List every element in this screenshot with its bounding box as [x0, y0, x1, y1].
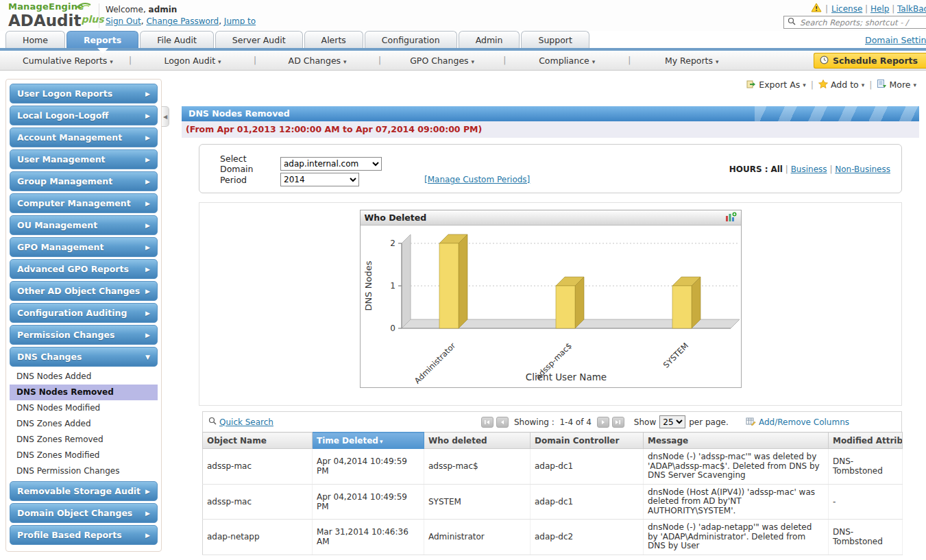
hours-non-business-link[interactable]: Non-Business	[835, 165, 890, 174]
sidebar-group-advanced-gpo-reports[interactable]: Advanced GPO Reports▶	[10, 259, 158, 279]
sidebar-item-dns-zones-modified[interactable]: DNS Zones Modified	[10, 448, 158, 463]
sidebar-item-dns-nodes-added[interactable]: DNS Nodes Added	[10, 369, 158, 385]
tab-configuration[interactable]: Configuration	[365, 31, 457, 48]
cell-message: dnsNode (Host A(IPV4)) 'adssp-mac' was d…	[644, 484, 829, 520]
add-to-button[interactable]: Add to▾	[818, 80, 864, 90]
next-page-button[interactable]	[597, 417, 609, 428]
cell-message: dnsNode (-) 'adap-netapp'" was deleted b…	[644, 520, 829, 555]
hours-all[interactable]: All	[770, 165, 783, 174]
cell-object-name: adap-netapp	[203, 520, 313, 555]
cell-object-name: adssp-mac	[203, 449, 313, 485]
first-page-button[interactable]	[481, 417, 494, 428]
search-icon	[788, 17, 796, 27]
table-row[interactable]: adssp-macApr 04,2014 10:49:59 PMSYSTEMad…	[203, 484, 903, 520]
warning-icon[interactable]: !	[811, 3, 822, 14]
prev-page-button[interactable]	[496, 417, 509, 428]
column-header-object-name[interactable]: Object Name	[203, 433, 313, 449]
more-button[interactable]: More▾	[877, 79, 916, 90]
tab-home[interactable]: Home	[5, 31, 65, 48]
sidebar-group-ou-management[interactable]: OU Management▶	[10, 215, 158, 235]
who-deleted-chart-panel: Who Deleted 012Administratoradssp-mac$SY…	[360, 210, 742, 388]
sidebar-group-account-management[interactable]: Account Management▶	[10, 127, 158, 147]
subnav-gpo-changes[interactable]: GPO Changes ▾	[381, 56, 503, 66]
svg-text:2: 2	[390, 239, 395, 248]
sidebar-group-other-ad-object-changes[interactable]: Other AD Object Changes▶	[10, 281, 158, 301]
chevron-right-icon: ▶	[145, 134, 150, 141]
chevron-right-icon: ▶	[145, 532, 150, 539]
subnav-ad-changes[interactable]: AD Changes ▾	[256, 56, 378, 66]
utility-links: ! |License | Help | TalkBack	[811, 3, 926, 14]
domain-settings-link[interactable]: Domain Settings	[865, 35, 926, 45]
column-header-modified-attributes[interactable]: Modified Attributes	[829, 433, 903, 449]
tab-admin[interactable]: Admin	[459, 31, 520, 48]
sidebar-item-dns-nodes-modified[interactable]: DNS Nodes Modified	[10, 400, 158, 416]
cell-domain-controller: adap-dc2	[531, 520, 644, 555]
sidebar-group-user-management[interactable]: User Management▶	[10, 149, 158, 169]
sidebar-group-permission-changes[interactable]: Permission Changes▶	[10, 325, 158, 345]
subnav-my-reports[interactable]: My Reports ▾	[631, 56, 753, 66]
schedule-reports-button[interactable]: Schedule Reports	[814, 53, 926, 69]
quick-search[interactable]: Quick Search	[208, 417, 273, 427]
sidebar-item-dns-nodes-removed[interactable]: DNS Nodes Removed	[10, 385, 158, 400]
sidebar-group-group-management[interactable]: Group Management▶	[10, 171, 158, 191]
manage-custom-periods-link[interactable]: [Manage Custom Periods]	[424, 175, 530, 184]
cell-object-name: adssp-mac	[203, 484, 313, 520]
app-logo: ManageEngine ADAuditplus	[8, 1, 97, 31]
sidebar-item-dns-permission-changes[interactable]: DNS Permission Changes	[10, 463, 158, 479]
add-remove-columns[interactable]: Add/Remove Columns	[746, 417, 849, 428]
column-header-who-deleted[interactable]: Who deleted	[424, 433, 531, 449]
sidebar-item-dns-zones-removed[interactable]: DNS Zones Removed	[10, 432, 158, 448]
logo-swoosh-icon	[74, 0, 92, 12]
cell-time-deleted: Apr 04,2014 10:49:59 PM	[313, 484, 424, 520]
global-search[interactable]	[783, 16, 926, 29]
tab-server-audit[interactable]: Server Audit	[215, 31, 303, 48]
report-sidebar: User Logon Reports▶Local Logon-Logoff▶Ac…	[5, 79, 162, 552]
cell-message: dnsNode (-) 'adssp-mac'" was deleted by …	[644, 449, 829, 485]
cell-time-deleted: Mar 31,2014 10:46:36 AM	[313, 520, 424, 555]
report-title-bar: DNS Nodes Removed	[182, 106, 919, 121]
sidebar-group-configuration-auditing[interactable]: Configuration Auditing▶	[10, 303, 158, 323]
column-header-domain-controller[interactable]: Domain Controller	[531, 433, 644, 449]
tab-support[interactable]: Support	[521, 31, 589, 48]
sidebar-item-dns-zones-added[interactable]: DNS Zones Added	[10, 416, 158, 432]
sidebar-group-user-logon-reports[interactable]: User Logon Reports▶	[10, 84, 158, 104]
tab-file-audit[interactable]: File Audit	[140, 31, 214, 48]
subnav-compliance[interactable]: Compliance ▾	[506, 56, 628, 66]
tab-reports[interactable]: Reports	[66, 31, 138, 48]
utility-link-help[interactable]: Help	[870, 4, 889, 14]
table-row[interactable]: adap-netappMar 31,2014 10:46:36 AMAdmini…	[203, 520, 903, 555]
sidebar-group-local-logon-logoff[interactable]: Local Logon-Logoff▶	[10, 106, 158, 125]
report-filters: Select Domain adap.internal.com Period 2…	[199, 144, 902, 193]
document-icon	[877, 79, 886, 90]
sidebar-group-gpo-management[interactable]: GPO Management▶	[10, 237, 158, 257]
sidebar-group-domain-object-changes[interactable]: Domain Object Changes▶	[10, 503, 158, 523]
utility-link-talkback[interactable]: TalkBack	[897, 4, 926, 14]
sidebar-group-profile-based-reports[interactable]: Profile Based Reports▶	[10, 525, 158, 545]
column-header-message[interactable]: Message	[644, 433, 829, 449]
search-input[interactable]	[799, 17, 926, 28]
sidebar-group-dns-changes[interactable]: DNS Changes▼	[10, 347, 158, 367]
sidebar-group-computer-management[interactable]: Computer Management▶	[10, 193, 158, 213]
header-link-jump-to[interactable]: Jump to	[224, 16, 256, 26]
clock-icon	[820, 56, 829, 66]
table-row[interactable]: adssp-macApr 04,2014 10:49:59 PMadssp-ma…	[203, 449, 903, 485]
last-page-button[interactable]	[612, 417, 624, 428]
export-as-button[interactable]: Export As▾	[746, 79, 806, 90]
sidebar-group-removable-storage-audit[interactable]: Removable Storage Audit▶	[10, 481, 158, 501]
header-link-sign-out[interactable]: Sign Out	[106, 16, 141, 26]
header-link-change-password[interactable]: Change Password	[146, 16, 219, 26]
tab-alerts[interactable]: Alerts	[304, 31, 363, 48]
chart-type-icon[interactable]	[725, 212, 737, 224]
column-header-time-deleted[interactable]: Time Deleted▾	[313, 433, 424, 449]
main-content: Export As▾ | Add to▾ | More▾ DNS Nodes R…	[182, 71, 919, 560]
hours-business-link[interactable]: Business	[791, 165, 827, 174]
utility-link-license[interactable]: License	[831, 4, 862, 14]
period-select[interactable]: 2014	[280, 173, 359, 186]
subnav-cumulative-reports[interactable]: Cumulative Reports ▾	[7, 56, 129, 66]
domain-select[interactable]: adap.internal.com	[280, 157, 382, 171]
cell-modified-attributes: DNS-Tombstoned	[829, 449, 903, 485]
sidebar-collapse-handle[interactable]: ◀	[162, 106, 169, 127]
page-size-select[interactable]: 25	[659, 415, 685, 428]
subnav-logon-audit[interactable]: Logon Audit ▾	[132, 56, 254, 66]
per-page-label: per page.	[689, 417, 729, 427]
